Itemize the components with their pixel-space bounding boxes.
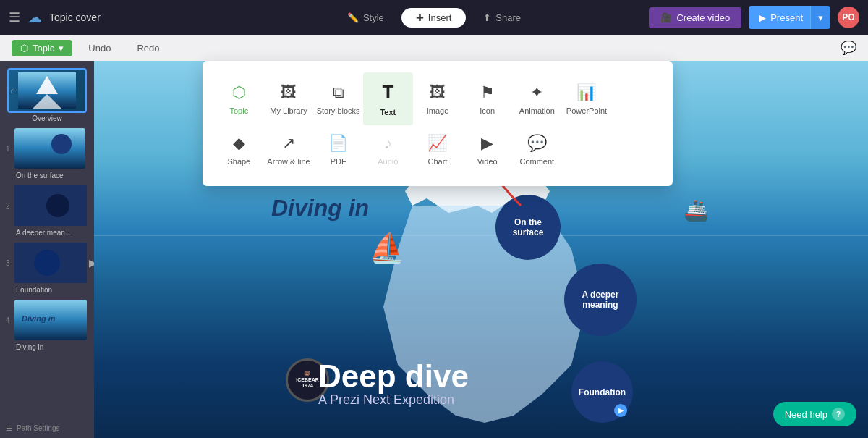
pdf-icon: 📄 — [328, 134, 348, 153]
help-icon: ? — [832, 408, 845, 421]
svg-point-8 — [34, 250, 60, 276]
path-settings-icon: ☰ — [6, 424, 12, 432]
svg-rect-3 — [14, 128, 85, 169]
slide-number-1: 1 — [6, 145, 14, 153]
powerpoint-icon: 📊 — [576, 83, 596, 102]
insert-item-icon[interactable]: ⚑ Icon — [462, 72, 512, 125]
topic-caret-icon: ▾ — [59, 43, 64, 54]
story-blocks-icon: ⧉ — [333, 83, 344, 102]
home-icon: ⌂ — [10, 86, 15, 95]
video-camera-icon: 🎥 — [660, 12, 672, 23]
insert-item-image[interactable]: 🖼 Image — [413, 72, 463, 125]
slide-number-2: 2 — [6, 202, 14, 210]
audio-icon: ♪ — [384, 134, 392, 153]
undoredo-bar: ⬡ Topic ▾ Undo Redo 💬 — [0, 35, 868, 61]
redo-button[interactable]: Redo — [127, 40, 169, 56]
insert-item-arrow-line[interactable]: ↗ Arrow & line — [264, 125, 314, 174]
subtitle: A Prezi Next Expedition — [318, 392, 454, 408]
tab-insert[interactable]: ✚ Insert — [401, 8, 467, 28]
comment-icon[interactable]: 💬 — [841, 40, 856, 56]
sidebar: ⌂ Overview 1 On the surface 2 — [0, 61, 94, 438]
diving-in-text: Diving in — [271, 195, 369, 222]
path-settings[interactable]: ☰ Path Settings — [0, 418, 94, 438]
sidebar-slide-2[interactable]: 2 — [0, 182, 94, 229]
icon-insert-icon: ⚑ — [480, 83, 495, 102]
sailboat: ⛵ — [369, 231, 405, 265]
insert-item-topic[interactable]: ⬡ Topic — [214, 72, 264, 125]
slide-thumb-3[interactable] — [14, 243, 87, 283]
slide-label-2-text: A deeper mean... — [0, 229, 94, 240]
undo-button[interactable]: Undo — [78, 40, 121, 56]
insert-item-pdf[interactable]: 📄 PDF — [313, 125, 363, 174]
present-caret-button[interactable]: ▾ — [810, 6, 830, 29]
sidebar-overview[interactable]: ⌂ Overview — [0, 61, 94, 125]
hamburger-icon[interactable]: ☰ — [9, 9, 20, 25]
insert-item-animation[interactable]: ✦ Animation — [512, 72, 562, 125]
circle-foundation[interactable]: Foundation ▶ — [571, 361, 633, 423]
topic-insert-icon: ⬡ — [232, 83, 246, 102]
sidebar-slide-3[interactable]: 3 ▶ — [0, 240, 94, 286]
video-icon: ▶ — [481, 134, 493, 153]
topic-badge[interactable]: ⬡ Topic ▾ — [12, 40, 72, 56]
sidebar-slide-4[interactable]: 4 Diving in — [0, 297, 94, 343]
slide-label-1-text: On the surface — [0, 172, 94, 182]
insert-item-story-blocks[interactable]: ⧉ Story blocks — [313, 72, 363, 125]
animation-icon: ✦ — [530, 83, 543, 102]
avatar: PO — [838, 7, 859, 28]
arrow-line-icon: ↗ — [282, 134, 295, 153]
logo-text: 🐻ICEBEAR1974 — [296, 371, 319, 389]
slide-thumb-1[interactable] — [14, 128, 85, 169]
slide-thumb-2[interactable] — [14, 185, 87, 226]
image-icon: 🖼 — [430, 83, 446, 102]
ship: 🚢 — [684, 198, 709, 222]
foundation-play-icon[interactable]: ▶ — [614, 404, 627, 417]
insert-item-chart[interactable]: 📈 Chart — [413, 125, 463, 174]
slide-label-4-text: Diving in — [0, 343, 94, 354]
tab-share[interactable]: ⬆ Share — [469, 8, 535, 28]
play-icon: ▶ — [759, 12, 766, 23]
insert-item-text[interactable]: T Text — [363, 72, 413, 125]
library-icon: 🖼 — [281, 83, 297, 102]
doc-title: Topic cover — [49, 12, 101, 23]
insert-item-powerpoint[interactable]: 📊 PowerPoint — [562, 72, 612, 125]
chart-icon: 📈 — [427, 134, 447, 153]
topbar-center: ✏️ Style ✚ Insert ⬆ Share — [333, 8, 535, 28]
insert-icon: ✚ — [416, 12, 424, 23]
slide-label-overview: Overview — [32, 114, 62, 122]
slide-label-3-text: Foundation — [0, 286, 94, 297]
svg-point-6 — [46, 194, 69, 217]
topbar-left: ☰ ☁ Topic cover — [9, 9, 324, 26]
tab-style[interactable]: ✏️ Style — [333, 8, 399, 28]
topic-icon: ⬡ — [20, 43, 28, 54]
share-icon: ⬆ — [483, 12, 491, 23]
insert-grid: ⬡ Topic 🖼 My Library ⧉ Story blocks T Te… — [214, 72, 661, 174]
present-button[interactable]: ▶ Present — [749, 6, 813, 29]
topbar: ☰ ☁ Topic cover ✏️ Style ✚ Insert ⬆ Shar… — [0, 0, 868, 35]
need-help-button[interactable]: Need help ? — [773, 402, 856, 426]
deep-dive-title: Deep dive — [318, 358, 469, 395]
insert-item-shape[interactable]: ◆ Shape — [214, 125, 264, 174]
svg-text:Diving in: Diving in — [22, 314, 56, 323]
comment-insert-icon: 💬 — [527, 134, 547, 153]
style-icon: ✏️ — [347, 12, 359, 23]
shape-icon: ◆ — [233, 134, 245, 153]
insert-item-comment[interactable]: 💬 Comment — [512, 125, 562, 174]
present-group: ▶ Present ▾ — [749, 6, 830, 29]
cloud-icon: ☁ — [27, 9, 42, 26]
slide-number-4: 4 — [6, 316, 14, 324]
slide-thumb-overview[interactable] — [7, 68, 87, 113]
slide-number-3: 3 — [6, 259, 14, 267]
text-insert-icon: T — [382, 81, 393, 104]
circle-deeper-meaning[interactable]: A deeper meaning — [564, 264, 637, 336]
insert-item-video[interactable]: ▶ Video — [462, 125, 512, 174]
circle-on-surface[interactable]: On the surface — [495, 195, 561, 260]
topbar-right: 🎥 Create video ▶ Present ▾ PO — [544, 6, 859, 29]
svg-point-4 — [51, 134, 72, 154]
slide-thumb-4[interactable]: Diving in — [14, 300, 87, 340]
play-icon-3[interactable]: ▶ — [89, 257, 94, 269]
insert-item-my-library[interactable]: 🖼 My Library — [264, 72, 314, 125]
create-video-button[interactable]: 🎥 Create video — [649, 7, 741, 28]
sidebar-slide-1[interactable]: 1 — [0, 125, 94, 172]
insert-item-audio: ♪ Audio — [363, 125, 413, 174]
insert-dropdown: ⬡ Topic 🖼 My Library ⧉ Story blocks T Te… — [203, 61, 673, 186]
